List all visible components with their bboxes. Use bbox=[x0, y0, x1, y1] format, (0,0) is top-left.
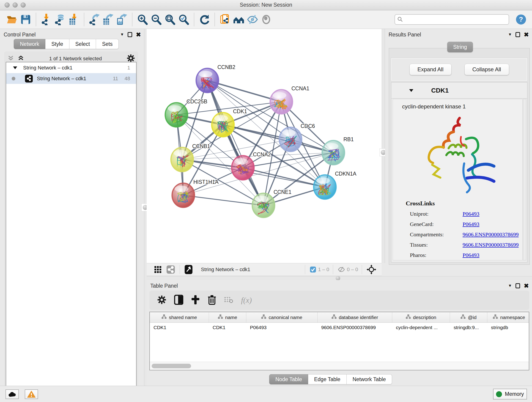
selected-checkbox-icon[interactable] bbox=[307, 266, 317, 273]
scrollbar-thumb[interactable] bbox=[152, 364, 191, 368]
table-cell[interactable]: stringdb bbox=[487, 323, 529, 332]
node-CDKN1A[interactable]: CDKN1A bbox=[314, 171, 356, 199]
node-label-CCNB2: CCNB2 bbox=[217, 64, 235, 70]
network-row[interactable]: String Network – cdk1 11 48 bbox=[6, 73, 136, 84]
table-cell[interactable]: CDK1 bbox=[150, 323, 209, 332]
column-header-database-identifier[interactable]: database identifier bbox=[317, 312, 392, 322]
memory-button[interactable]: Memory bbox=[493, 389, 527, 400]
float-panel-icon[interactable] bbox=[515, 283, 520, 288]
tab-string[interactable]: String bbox=[447, 42, 473, 52]
show-columns-icon[interactable] bbox=[174, 295, 183, 306]
import-table-button[interactable] bbox=[67, 12, 81, 27]
birdseye-view-icon[interactable] bbox=[364, 265, 379, 274]
string-document-button[interactable] bbox=[218, 12, 232, 27]
export-network-button[interactable] bbox=[88, 12, 101, 27]
crosslink-link[interactable]: P06493 bbox=[462, 252, 479, 258]
right-splitter[interactable] bbox=[382, 29, 385, 263]
crosslink-link[interactable]: 9606.ENSP00000378699 bbox=[462, 242, 519, 248]
open-session-button[interactable] bbox=[5, 12, 19, 27]
crosslink-link[interactable]: 9606.ENSP00000378699 bbox=[462, 231, 519, 238]
node-CDC6[interactable]: CDC6 bbox=[279, 123, 315, 152]
save-session-button[interactable] bbox=[19, 12, 32, 27]
column-header-description[interactable]: description bbox=[392, 312, 450, 322]
crosslink-link[interactable]: P06493 bbox=[462, 221, 479, 227]
column-header-name[interactable]: name bbox=[209, 312, 246, 322]
node-CDK1[interactable]: CDK1 bbox=[212, 108, 247, 137]
column-header-@id[interactable]: @id bbox=[450, 312, 487, 322]
edge-CDK1-RB1[interactable] bbox=[223, 125, 333, 153]
cloud-button[interactable] bbox=[6, 389, 19, 399]
zoom-selected-button[interactable] bbox=[177, 12, 191, 27]
table-settings-gear-icon[interactable] bbox=[157, 295, 166, 305]
network-share-view-icon[interactable] bbox=[164, 265, 177, 274]
tab-node-table[interactable]: Node Table bbox=[269, 374, 308, 384]
hide-selected-button[interactable] bbox=[246, 12, 259, 27]
hidden-eye-icon[interactable] bbox=[336, 266, 346, 273]
expand-all-button[interactable]: Expand All bbox=[409, 64, 451, 75]
table-cell[interactable]: stringdb:9... bbox=[450, 323, 487, 332]
close-panel-icon[interactable]: ✖ bbox=[136, 32, 141, 38]
close-panel-icon[interactable]: ✖ bbox=[524, 32, 529, 38]
table-cell[interactable]: cyclin-dependent ... bbox=[392, 323, 450, 332]
delete-column-trash-icon[interactable] bbox=[208, 295, 216, 306]
delete-table-icon[interactable] bbox=[224, 296, 233, 304]
collapse-panel-icon[interactable]: ▼ bbox=[508, 283, 512, 288]
tab-network-table[interactable]: Network Table bbox=[347, 374, 392, 384]
zoom-fit-button[interactable] bbox=[163, 12, 177, 27]
tab-style[interactable]: Style bbox=[45, 39, 69, 49]
table-cell[interactable]: 9606.ENSP00000378699 bbox=[317, 323, 392, 332]
zoom-in-button[interactable] bbox=[136, 12, 149, 27]
search-input[interactable] bbox=[394, 14, 509, 25]
node-CCNA1[interactable]: CCNA1 bbox=[270, 85, 309, 114]
table-cell[interactable]: CDK1 bbox=[209, 323, 246, 332]
table-row[interactable]: CDK1CDK1P064939606.ENSP00000378699cyclin… bbox=[150, 323, 529, 332]
float-panel-icon[interactable] bbox=[515, 32, 520, 37]
card-expander-icon[interactable] bbox=[409, 89, 413, 92]
node-HIST1H1A[interactable]: HIST1H1A bbox=[172, 179, 219, 207]
node-CCNB2[interactable]: CCNB2 bbox=[196, 64, 235, 93]
protein-card-header[interactable]: CDK1 bbox=[391, 83, 527, 99]
warning-button[interactable] bbox=[25, 389, 38, 399]
float-panel-icon[interactable] bbox=[128, 32, 132, 37]
grid-view-icon[interactable] bbox=[152, 266, 164, 274]
export-table-button[interactable] bbox=[101, 12, 115, 27]
column-header-shared-name[interactable]: shared name bbox=[150, 312, 209, 322]
expand-all-networks-icon[interactable] bbox=[17, 55, 24, 63]
results-scrollbar[interactable] bbox=[523, 99, 526, 260]
crosslink-link[interactable]: P06493 bbox=[462, 211, 479, 217]
import-network-button[interactable] bbox=[39, 12, 53, 27]
collapse-panel-icon[interactable]: ▼ bbox=[508, 32, 512, 37]
export-image-button[interactable] bbox=[115, 12, 129, 27]
network-canvas[interactable]: CCNB2CCNA1CDC25BCDK1CDC6RB1CCNB1CCNA2CDK… bbox=[147, 29, 382, 263]
collapse-all-networks-icon[interactable] bbox=[7, 55, 14, 63]
tab-sets[interactable]: Sets bbox=[96, 39, 119, 49]
add-column-icon[interactable] bbox=[191, 295, 200, 306]
column-header-canonical-name[interactable]: canonical name bbox=[246, 312, 317, 322]
zoom-out-button[interactable] bbox=[149, 12, 163, 27]
collection-expander-icon[interactable] bbox=[13, 66, 17, 69]
detach-view-icon[interactable] bbox=[182, 265, 195, 274]
show-hidden-button[interactable] bbox=[259, 12, 273, 27]
column-header-namespace[interactable]: namespace bbox=[487, 312, 529, 322]
edge-CCNB2-CCNE1[interactable] bbox=[207, 80, 264, 205]
node-table[interactable]: shared namenamecanonical namedatabase id… bbox=[149, 312, 529, 370]
houses-button[interactable] bbox=[232, 12, 246, 27]
tab-edge-table[interactable]: Edge Table bbox=[308, 374, 347, 384]
node-RB1[interactable]: RB1 bbox=[322, 136, 354, 165]
node-gloss bbox=[175, 186, 188, 192]
table-horizontal-scrollbar[interactable] bbox=[150, 362, 529, 370]
import-database-button[interactable] bbox=[53, 12, 67, 27]
table-cell[interactable]: P06493 bbox=[246, 323, 317, 332]
network-node-count: 11 bbox=[113, 76, 118, 82]
help-button[interactable]: ? bbox=[515, 13, 527, 26]
results-panel: Results Panel ▼ ✖ String Expand All Coll… bbox=[385, 29, 532, 280]
tab-network[interactable]: Network bbox=[14, 39, 45, 49]
function-builder-icon[interactable]: f(x) bbox=[241, 296, 252, 305]
refresh-view-button[interactable] bbox=[197, 12, 211, 27]
network-collection-row[interactable]: String Network – cdk1 1 bbox=[6, 62, 136, 73]
collapse-panel-icon[interactable]: ▼ bbox=[120, 32, 124, 37]
close-panel-icon[interactable]: ✖ bbox=[524, 283, 529, 289]
edge-HIST1H1A-CCNE1[interactable] bbox=[183, 195, 264, 205]
collapse-all-button[interactable]: Collapse All bbox=[464, 64, 509, 75]
tab-select[interactable]: Select bbox=[70, 39, 96, 49]
